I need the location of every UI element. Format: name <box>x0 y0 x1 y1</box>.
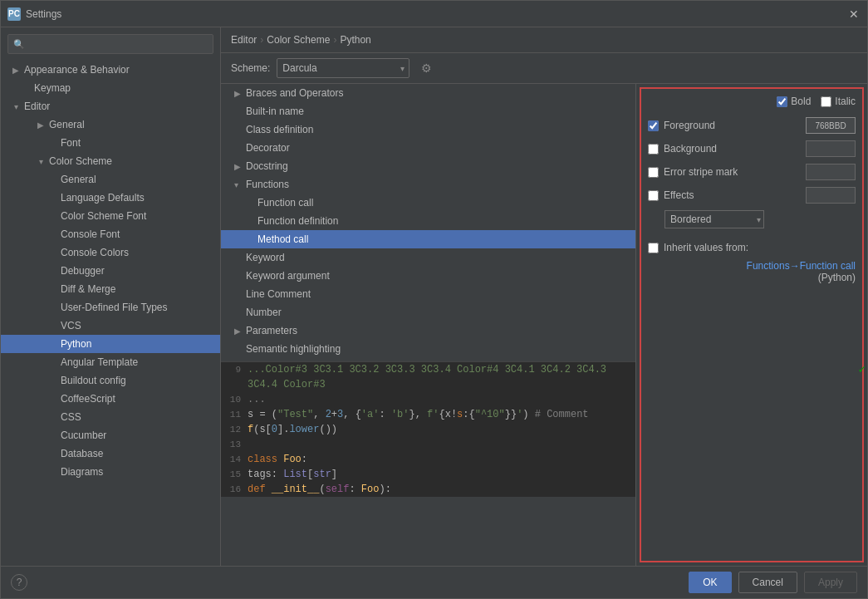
tree-item-keyword[interactable]: ▶ Keyword <box>221 248 635 267</box>
scheme-bar: Scheme: Darcula Default High contrast Mo… <box>221 53 867 84</box>
settings-window: PC Settings ✕ 🔍 ▶ Appearance & Behavior … <box>0 0 868 599</box>
code-line-11: 11 s = ("Test", 2+3, {'a': 'b'}, f'{x!s:… <box>221 407 635 422</box>
tree-item-decorator[interactable]: ▶ Decorator <box>221 139 635 157</box>
foreground-color-input[interactable]: 768BBD <box>806 117 856 134</box>
tree-expand-icon: ▶ <box>234 327 246 336</box>
sidebar-item-user-defined[interactable]: ▶ User-Defined File Types <box>1 298 220 317</box>
tree-item-builtin[interactable]: ▶ Built-in name <box>221 102 635 120</box>
sidebar-item-general[interactable]: ▶ General <box>1 115 220 134</box>
ok-button[interactable]: OK <box>689 572 731 593</box>
sidebar-item-color-scheme-font[interactable]: ▶ Color Scheme Font <box>1 207 220 225</box>
inherit-checkbox[interactable] <box>648 243 659 253</box>
tree-item-number[interactable]: ▶ Number <box>221 303 635 322</box>
effects-type-wrapper: Bordered Underscored Bold underscored Un… <box>664 210 764 228</box>
panel-body: ▶ Braces and Operators ▶ Built-in name ▶… <box>221 84 867 566</box>
line-num: 15 <box>224 467 248 482</box>
search-input[interactable]: 🔍 <box>7 34 213 54</box>
inherit-suffix: (Python) <box>818 272 856 283</box>
tree-item-class-def[interactable]: ▶ Class definition <box>221 120 635 139</box>
code-content: ... <box>248 392 632 407</box>
sidebar-item-buildout-config[interactable]: ▶ Buildout config <box>1 371 220 390</box>
scheme-select-wrapper: Darcula Default High contrast Monokai <box>277 58 409 78</box>
tree-item-braces[interactable]: ▶ Braces and Operators <box>221 84 635 102</box>
error-stripe-row: Error stripe mark <box>648 164 856 180</box>
window-title: Settings <box>26 8 847 20</box>
code-content: class Foo: <box>248 452 632 467</box>
expand-arrow-icon: ▶ <box>36 120 46 130</box>
effects-type-select[interactable]: Bordered Underscored Bold underscored Un… <box>664 210 764 228</box>
inherit-row: Inherit values from: <box>648 242 856 253</box>
sidebar-item-angular-template[interactable]: ▶ Angular Template <box>1 353 220 371</box>
tree-panel: ▶ Braces and Operators ▶ Built-in name ▶… <box>221 84 636 566</box>
sidebar-item-appearance-behavior[interactable]: ▶ Appearance & Behavior <box>1 61 220 79</box>
tree-item-function-call[interactable]: ▶ Function call <box>221 194 635 212</box>
sidebar-item-python[interactable]: ▶ Python <box>1 335 220 353</box>
breadcrumb-sep1: › <box>260 34 263 46</box>
italic-checkbox[interactable] <box>821 96 831 107</box>
apply-button[interactable]: Apply <box>804 572 857 593</box>
sidebar-item-editor[interactable]: ▾ Editor <box>1 97 220 115</box>
sidebar-item-console-font[interactable]: ▶ Console Font <box>1 225 220 243</box>
inherit-link-container: Functions→Function call (Python) <box>648 260 856 283</box>
scheme-select[interactable]: Darcula Default High contrast Monokai <box>277 58 409 78</box>
foreground-checkbox[interactable] <box>648 120 659 131</box>
bold-label: Bold <box>791 96 811 107</box>
bold-checkbox-label[interactable]: Bold <box>777 96 811 107</box>
sidebar-item-font[interactable]: ▶ Font <box>1 134 220 152</box>
effects-color-input[interactable] <box>806 187 856 204</box>
tree-item-functions[interactable]: ▾ Functions <box>221 175 635 194</box>
line-num: 12 <box>224 422 248 437</box>
inherit-link[interactable]: Functions→Function call <box>747 260 856 272</box>
effects-label: Effects <box>664 189 801 201</box>
line-num: 11 <box>224 407 248 422</box>
sidebar-item-debugger[interactable]: ▶ Debugger <box>1 262 220 280</box>
right-panel: Editor › Color Scheme › Python Scheme: D… <box>221 27 867 566</box>
tree-item-method-call[interactable]: ▶ Method call <box>221 230 635 248</box>
sidebar-item-console-colors[interactable]: ▶ Console Colors <box>1 243 220 262</box>
sidebar-item-database[interactable]: ▶ Database <box>1 444 220 463</box>
divider <box>648 235 856 242</box>
error-stripe-checkbox[interactable] <box>648 167 659 178</box>
effects-checkbox[interactable] <box>648 190 659 201</box>
sidebar-item-keymap[interactable]: ▶ Keymap <box>1 79 220 97</box>
code-content: f(s[0].lower()) <box>248 422 632 437</box>
sidebar-item-color-scheme[interactable]: ▾ Color Scheme <box>1 152 220 170</box>
tree-item-docstring[interactable]: ▶ Docstring <box>221 157 635 175</box>
cancel-button[interactable]: Cancel <box>738 572 797 593</box>
properties-panel: Bold Italic Foreground 768BBD <box>640 87 864 562</box>
code-line-12: 12 f(s[0].lower()) <box>221 422 635 437</box>
scheme-label: Scheme: <box>231 62 270 74</box>
background-checkbox[interactable] <box>648 144 659 155</box>
sidebar-item-diff-merge[interactable]: ▶ Diff & Merge <box>1 280 220 298</box>
line-num: 16 <box>224 482 248 497</box>
sidebar-item-css[interactable]: ▶ CSS <box>1 408 220 426</box>
tree-expand-icon: ▶ <box>234 162 246 171</box>
effects-row: Effects <box>648 187 856 204</box>
tree-item-parameters[interactable]: ▶ Parameters <box>221 322 635 340</box>
close-button[interactable]: ✕ <box>847 7 861 21</box>
format-options-row: Bold Italic <box>648 96 856 107</box>
sidebar-item-cs-general[interactable]: ▶ General <box>1 170 220 189</box>
italic-checkbox-label[interactable]: Italic <box>821 96 856 107</box>
sidebar-item-diagrams[interactable]: ▶ Diagrams <box>1 463 220 481</box>
code-line-13: 13 <box>221 437 635 452</box>
tree-expand-icon: ▶ <box>234 89 246 98</box>
help-button[interactable]: ? <box>11 574 27 591</box>
sidebar-item-vcs[interactable]: ▶ VCS <box>1 317 220 335</box>
code-content: def __init__(self: Foo): <box>248 482 632 497</box>
code-line-10: 10 ... <box>221 392 635 407</box>
tree-item-function-definition[interactable]: ▶ Function definition <box>221 212 635 230</box>
sidebar-item-coffeescript[interactable]: ▶ CoffeeScript <box>1 390 220 408</box>
expand-arrow-icon: ▾ <box>36 156 46 166</box>
background-label: Background <box>664 143 801 155</box>
tree-item-line-comment[interactable]: ▶ Line Comment <box>221 285 635 303</box>
bold-checkbox[interactable] <box>777 96 787 107</box>
background-color-input[interactable] <box>806 140 856 157</box>
error-stripe-color-input[interactable] <box>806 164 856 180</box>
tree-item-keyword-argument[interactable]: ▶ Keyword argument <box>221 267 635 285</box>
sidebar-item-language-defaults[interactable]: ▶ Language Defaults <box>1 189 220 207</box>
tree-item-semantic[interactable]: ▶ Semantic highlighting <box>221 340 635 358</box>
sidebar-item-cucumber[interactable]: ▶ Cucumber <box>1 426 220 444</box>
gear-button[interactable]: ⚙ <box>416 58 436 78</box>
code-content <box>248 437 632 452</box>
